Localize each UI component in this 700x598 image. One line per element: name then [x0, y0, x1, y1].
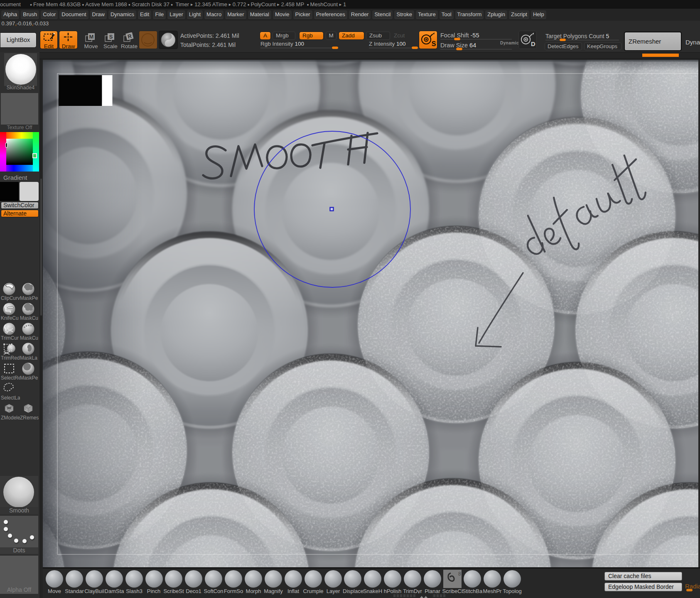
- svg-text:S: S: [432, 40, 436, 47]
- svg-text:M: M: [89, 34, 94, 40]
- svg-text:S: S: [109, 34, 113, 40]
- svg-text:D: D: [531, 41, 535, 47]
- svg-text:8: 8: [458, 571, 461, 577]
